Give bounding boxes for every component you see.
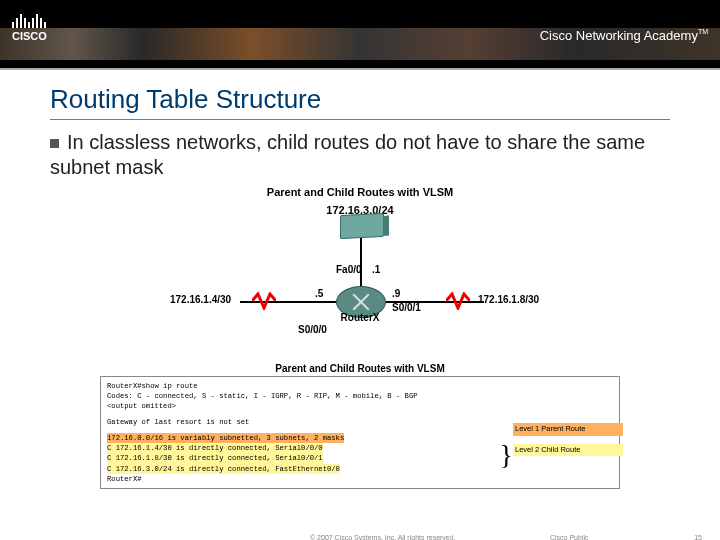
cisco-logo-text: CISCO: [12, 30, 47, 42]
routing-table-figure: Parent and Child Routes with VLSM Router…: [100, 363, 620, 489]
rt-codes: Codes: C - connected, S - static, I - IG…: [107, 391, 613, 401]
banner-divider: [0, 68, 720, 70]
rt-cmd: RouterX#show ip route: [107, 381, 613, 391]
address-label: .9: [392, 288, 400, 299]
rt-prompt: RouterX#: [107, 474, 613, 484]
interface-label: Fa0/0: [336, 264, 362, 275]
address-label: .5: [315, 288, 323, 299]
switch-icon: [340, 213, 384, 239]
link-line: [360, 238, 362, 288]
route-annotations: Level 1 Parent Route Level 2 Child Route: [513, 423, 623, 464]
serial-zigzag-icon: [252, 292, 276, 310]
brace-icon: }: [500, 435, 513, 474]
classification-text: Cisco Public: [550, 534, 589, 540]
routing-table-output: RouterX#show ip route Codes: C - connect…: [100, 376, 620, 489]
top-banner: CISCO Cisco Networking AcademyTM: [0, 0, 720, 70]
child-route-annotation: Level 2 Child Route: [513, 444, 623, 457]
copyright-text: © 2007 Cisco Systems, Inc. All rights re…: [310, 534, 456, 540]
bullet-icon: [50, 139, 59, 148]
address-label: .1: [372, 264, 380, 275]
serial-zigzag-icon: [446, 292, 470, 310]
page-number: 15: [694, 534, 702, 540]
parent-route-annotation: Level 1 Parent Route: [513, 423, 623, 436]
cisco-logo-icon: [12, 12, 46, 28]
academy-text: Cisco Networking Academy: [540, 28, 698, 43]
left-network-label: 172.16.1.4/30: [170, 294, 231, 305]
bullet-text: In classless networks, child routes do n…: [50, 130, 680, 180]
network-diagram: Parent and Child Routes with VLSM 172.16…: [110, 186, 610, 361]
page-title: Routing Table Structure: [50, 84, 720, 115]
rt-omitted: <output omitted>: [107, 401, 613, 411]
bullet-content: In classless networks, child routes do n…: [50, 131, 645, 178]
trademark-icon: TM: [698, 28, 708, 35]
router-label: RouterX: [110, 312, 610, 323]
academy-label: Cisco Networking AcademyTM: [540, 28, 708, 43]
routing-table-title: Parent and Child Routes with VLSM: [100, 363, 620, 374]
title-divider: [50, 119, 670, 120]
interface-label: S0/0/1: [392, 302, 421, 313]
diagram-title: Parent and Child Routes with VLSM: [110, 186, 610, 198]
interface-label: S0/0/0: [298, 324, 327, 335]
right-network-label: 172.16.1.8/30: [478, 294, 539, 305]
rt-child-route: C 172.16.3.0/24 is directly connected, F…: [107, 464, 613, 474]
cisco-logo: CISCO: [12, 12, 47, 42]
